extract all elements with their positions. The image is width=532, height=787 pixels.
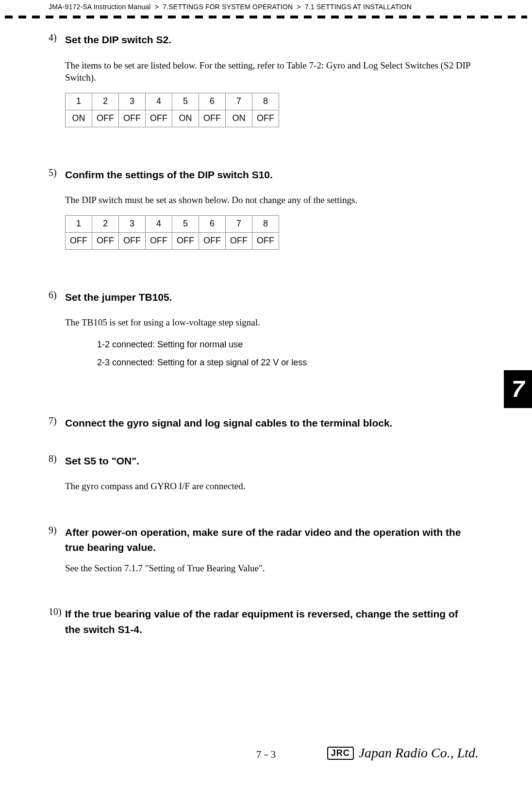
table-cell: ON: [172, 110, 199, 127]
table-header: 2: [92, 93, 119, 110]
table-header: 8: [252, 215, 279, 232]
footer: 7－3 JRC Japan Radio Co., Ltd.: [0, 748, 532, 768]
spacer: [49, 250, 475, 285]
step-title: Set the jumper TB105.: [65, 290, 172, 305]
table-header: 7: [226, 93, 252, 110]
spacer: [49, 493, 475, 520]
spacer: [49, 376, 475, 411]
breadcrumb-sep: >: [297, 3, 300, 11]
table-cell: OFF: [172, 232, 199, 249]
step-number: 5): [49, 167, 65, 178]
table-cell: OFF: [92, 232, 119, 249]
step-9: 9) After power-on operation, make sure o…: [49, 525, 475, 555]
table-cell: OFF: [119, 232, 146, 249]
jumper-settings: 1-2 connected: Setting for normal use 2-…: [97, 340, 475, 368]
jrc-logo-script: Japan Radio Co., Ltd.: [359, 745, 479, 761]
table-cell: ON: [226, 110, 252, 127]
step-5: 5) Confirm the settings of the DIP switc…: [49, 167, 475, 183]
step-6-body: The TB105 is set for using a low-voltage…: [65, 316, 475, 329]
step-9-body: See the Section 7.1.7 "Setting of True B…: [65, 562, 475, 575]
table-cell: OFF: [92, 110, 119, 127]
breadcrumb: JMA-9172-SA Instruction Manual > 7.SETTI…: [0, 0, 532, 13]
step-7: 7) Connect the gyro signal and log signa…: [49, 415, 475, 431]
table-row: 1 2 3 4 5 6 7 8: [66, 93, 279, 110]
breadcrumb-section: 7.1 SETTINGS AT INSTALLATION: [305, 3, 412, 11]
table-header: 4: [146, 215, 172, 232]
chapter-tab: 7: [504, 370, 532, 408]
spacer: [49, 574, 475, 601]
step-title: If the true bearing value of the radar e…: [65, 606, 475, 637]
table-cell: OFF: [199, 232, 226, 249]
table-cell: OFF: [146, 232, 172, 249]
table-cell: ON: [66, 110, 92, 127]
step-title: After power-on operation, make sure of t…: [65, 525, 475, 555]
dip-switch-s10-table: 1 2 3 4 5 6 7 8 OFF OFF OFF OFF OFF OFF …: [65, 215, 279, 250]
table-header: 3: [119, 215, 146, 232]
table-header: 6: [199, 93, 226, 110]
jrc-logo-box: JRC: [327, 747, 354, 760]
spacer: [49, 431, 475, 448]
table-cell: OFF: [119, 110, 146, 127]
table-cell: OFF: [146, 110, 172, 127]
step-number: 6): [49, 290, 65, 301]
footer-logo: JRC Japan Radio Co., Ltd.: [327, 745, 479, 761]
spacer: [49, 127, 475, 162]
table-header: 4: [146, 93, 172, 110]
step-number: 7): [49, 415, 65, 427]
table-header: 7: [226, 215, 252, 232]
table-cell: OFF: [252, 110, 279, 127]
step-10: 10) If the true bearing value of the rad…: [49, 606, 475, 637]
step-title: Set S5 to "ON".: [65, 453, 139, 469]
table-header: 8: [252, 93, 279, 110]
page: JMA-9172-SA Instruction Manual > 7.SETTI…: [0, 0, 532, 787]
step-number: 9): [49, 525, 65, 536]
dip-switch-s2-table: 1 2 3 4 5 6 7 8 ON OFF OFF OFF ON OFF ON…: [65, 93, 279, 127]
header-divider: [5, 16, 527, 18]
table-header: 2: [92, 215, 119, 232]
jumper-row: 2-3 connected: Setting for a step signal…: [97, 358, 475, 368]
breadcrumb-manual: JMA-9172-SA Instruction Manual: [49, 3, 151, 11]
table-cell: OFF: [226, 232, 252, 249]
step-4: 4) Set the DIP switch S2.: [49, 32, 475, 48]
table-cell: OFF: [252, 232, 279, 249]
step-6: 6) Set the jumper TB105.: [49, 290, 475, 305]
table-cell: OFF: [66, 232, 92, 249]
step-title: Confirm the settings of the DIP switch S…: [65, 167, 273, 183]
jumper-row: 1-2 connected: Setting for normal use: [97, 340, 475, 350]
table-cell: OFF: [199, 110, 226, 127]
step-number: 8): [49, 453, 65, 464]
step-8: 8) Set S5 to "ON".: [49, 453, 475, 469]
table-header: 3: [119, 93, 146, 110]
step-8-body: The gyro compass and GYRO I/F are connec…: [65, 480, 475, 493]
table-header: 1: [66, 93, 92, 110]
table-row: OFF OFF OFF OFF OFF OFF OFF OFF: [66, 232, 279, 249]
step-number: 4): [49, 32, 65, 43]
step-4-body: The items to be set are listed below. Fo…: [65, 59, 475, 84]
breadcrumb-sep: >: [155, 3, 159, 11]
table-row: 1 2 3 4 5 6 7 8: [66, 215, 279, 232]
step-title: Set the DIP switch S2.: [65, 32, 171, 48]
breadcrumb-chapter: 7.SETTINGS FOR SYSTEM OPERATION: [163, 3, 293, 11]
step-number: 10): [49, 606, 65, 617]
table-header: 1: [66, 215, 92, 232]
content: 4) Set the DIP switch S2. The items to b…: [0, 32, 532, 637]
page-number: 7－3: [256, 748, 276, 761]
table-header: 5: [172, 93, 199, 110]
table-row: ON OFF OFF OFF ON OFF ON OFF: [66, 110, 279, 127]
table-header: 6: [199, 215, 226, 232]
step-5-body: The DIP switch must be set as shown belo…: [65, 194, 475, 206]
step-title: Connect the gyro signal and log signal c…: [65, 415, 392, 431]
table-header: 5: [172, 215, 199, 232]
